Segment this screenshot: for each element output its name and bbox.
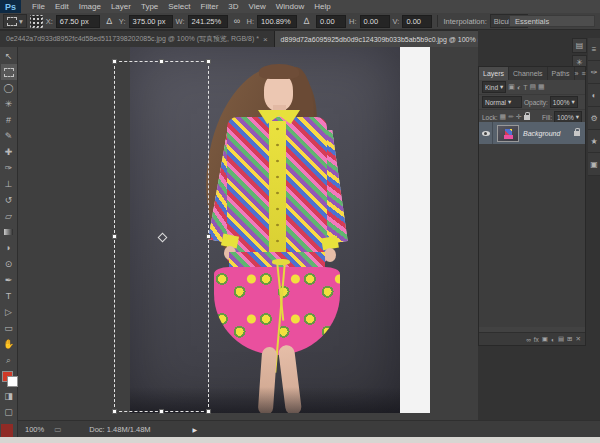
menu-type[interactable]: Type	[136, 0, 163, 13]
link-dimensions-icon[interactable]: ∞	[231, 15, 244, 27]
brush-tool[interactable]: ✑	[1, 160, 17, 176]
x-input[interactable]: 67.50 px	[56, 15, 100, 28]
crop-tool[interactable]: #	[1, 112, 17, 128]
edge-dock-button-1[interactable]: ≡	[588, 38, 600, 61]
edge-dock-button-2[interactable]: ✑	[588, 61, 600, 84]
menu-file[interactable]: File	[27, 0, 50, 13]
add-layer-mask-icon[interactable]: ▣	[542, 335, 548, 343]
visibility-toggle[interactable]	[479, 122, 493, 144]
document-tab-active[interactable]: d899d72a6095925db0d9c124309b033b5ab5b9c0…	[275, 31, 478, 47]
tab-layers[interactable]: Layers	[479, 67, 509, 80]
new-group-icon[interactable]: ▤	[558, 335, 564, 343]
hand-tool[interactable]: ✋	[1, 336, 17, 352]
h-skew-input[interactable]: 0.00	[360, 15, 390, 28]
transform-handle-mid-right[interactable]	[206, 234, 211, 239]
type-tool[interactable]: T	[1, 288, 17, 304]
doc-size-info[interactable]: Doc: 1.48M/1.48M	[89, 425, 150, 434]
document-tab-inactive[interactable]: 0e2442a7d933d8952fc4d58ed5117398202085c.…	[0, 31, 275, 47]
link-layers-icon[interactable]: ∞	[526, 336, 531, 343]
transform-handle-bottom-center[interactable]	[159, 409, 164, 414]
transform-reference-point[interactable]	[157, 232, 167, 242]
dodge-tool[interactable]: ⊙	[1, 256, 17, 272]
tab-channels[interactable]: Channels	[509, 67, 548, 80]
width-input[interactable]: 241.25%	[188, 15, 228, 28]
transform-bounding-box[interactable]	[114, 61, 209, 412]
height-input[interactable]: 100.89%	[257, 15, 297, 28]
lasso-tool[interactable]: ◯	[1, 80, 17, 96]
taskbar-edge-strip	[0, 437, 600, 443]
zoom-level-field[interactable]: 100%	[25, 425, 44, 434]
blur-tool[interactable]: ◗	[1, 240, 17, 256]
relative-positioning-icon[interactable]: Δ	[103, 15, 116, 27]
filter-caret-icon: ▾	[500, 83, 503, 91]
panel-menu-icon[interactable]: ≡	[581, 70, 585, 77]
transform-handle-bottom-left[interactable]	[112, 409, 117, 414]
transform-handle-mid-left[interactable]	[112, 234, 117, 239]
move-tool[interactable]: ↖	[1, 48, 17, 64]
menu-image[interactable]: Image	[74, 0, 106, 13]
transform-handle-top-left[interactable]	[112, 59, 117, 64]
path-selection-tool[interactable]: ▷	[1, 304, 17, 320]
history-brush-tool[interactable]: ↺	[1, 192, 17, 208]
menu-3d[interactable]: 3D	[223, 0, 243, 13]
edge-dock-button-5[interactable]: ★	[588, 130, 600, 153]
filter-smart-object-icon[interactable]: ▦	[538, 83, 545, 91]
v-skew-input[interactable]: 0.00	[402, 15, 432, 28]
filter-shape-icon[interactable]: ▤	[529, 83, 536, 91]
new-layer-icon[interactable]: ⊞	[567, 335, 572, 343]
quick-selection-tool[interactable]: ✳	[1, 96, 17, 112]
eyedropper-tool[interactable]: ✎	[1, 128, 17, 144]
clone-stamp-tool[interactable]: ⊥	[1, 176, 17, 192]
rotate-angle-icon: ∆	[300, 15, 313, 27]
screen-mode-button[interactable]: ▢	[1, 404, 17, 420]
canvas-area[interactable]	[18, 47, 478, 420]
lock-position-icon[interactable]: ✛	[516, 113, 522, 121]
status-menu-icon[interactable]: ▶	[193, 426, 198, 433]
filter-type-icon[interactable]: T	[523, 84, 527, 91]
menu-filter[interactable]: Filter	[196, 0, 224, 13]
layer-style-icon[interactable]: fx	[534, 336, 539, 343]
rectangular-marquee-tool[interactable]	[1, 64, 17, 80]
angle-input[interactable]: 0.00	[316, 15, 346, 28]
lock-all-icon[interactable]	[524, 115, 530, 120]
quick-mask-button[interactable]: ◨	[1, 388, 17, 404]
menu-select[interactable]: Select	[163, 0, 195, 13]
background-color-swatch[interactable]	[7, 376, 18, 387]
lock-transparency-icon[interactable]: ▦	[500, 113, 507, 121]
reference-point-locator[interactable]	[30, 15, 43, 28]
transform-handle-top-center[interactable]	[159, 59, 164, 64]
collapsed-panel-button-1[interactable]: ▤	[572, 38, 587, 53]
spot-healing-brush-tool[interactable]: ✚	[1, 144, 17, 160]
tab-paths[interactable]: Paths	[548, 67, 575, 80]
h-skew-label: H:	[349, 17, 357, 26]
y-input[interactable]: 375.00 px	[129, 15, 173, 28]
menu-help[interactable]: Help	[309, 0, 335, 13]
filter-adjustment-icon[interactable]: ◐	[517, 84, 521, 91]
lock-pixels-icon[interactable]: ✏	[508, 113, 514, 121]
transform-handle-top-right[interactable]	[206, 59, 211, 64]
gradient-tool[interactable]	[1, 224, 17, 240]
close-icon[interactable]: ×	[263, 35, 268, 44]
collapse-panel-icon[interactable]: »	[575, 70, 579, 77]
workspace-switcher[interactable]: Essentials	[509, 15, 595, 27]
edge-dock-button-3[interactable]: ◐	[588, 84, 600, 107]
opacity-select[interactable]: 100% ▾	[550, 96, 578, 108]
zoom-tool[interactable]: ⌕	[1, 352, 17, 368]
menu-edit[interactable]: Edit	[50, 0, 74, 13]
menu-view[interactable]: View	[244, 0, 271, 13]
rectangle-tool[interactable]: ▭	[1, 320, 17, 336]
blend-mode-select[interactable]: Normal ▾	[482, 96, 522, 108]
filter-pixel-layers-icon[interactable]: ▣	[508, 83, 515, 91]
layer-row-background[interactable]: Background	[479, 122, 585, 144]
tool-preset-picker[interactable]: ▾	[3, 14, 27, 28]
pen-tool[interactable]: ✒	[1, 272, 17, 288]
eraser-tool[interactable]: ▱	[1, 208, 17, 224]
menu-layer[interactable]: Layer	[106, 0, 136, 13]
edge-dock-button-6[interactable]: ▣	[588, 153, 600, 176]
adjustment-layer-icon[interactable]: ◐	[551, 336, 555, 343]
delete-layer-icon[interactable]: ✕	[576, 335, 581, 343]
edge-dock-button-4[interactable]: ⚙	[588, 107, 600, 130]
menu-window[interactable]: Window	[271, 0, 309, 13]
filter-kind-select[interactable]: Kind ▾	[482, 81, 506, 93]
transform-handle-bottom-right[interactable]	[206, 409, 211, 414]
